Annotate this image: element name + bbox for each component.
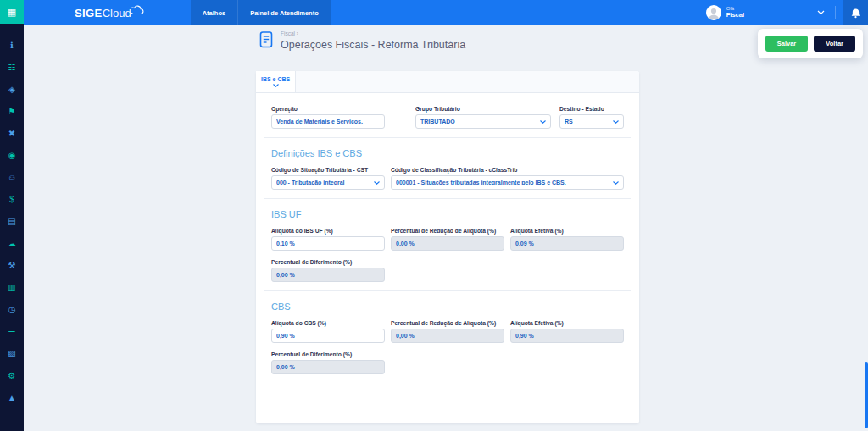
form-row-codigos: Código de Situação Tributária - CST 000 … bbox=[271, 167, 624, 190]
sidebar-item-sales[interactable]: ☷ bbox=[0, 56, 24, 78]
header-nav: Atalhos Painel de Atendimento bbox=[191, 0, 331, 25]
sidebar-item-info[interactable]: ℹ bbox=[0, 34, 24, 56]
field-cbs-reducao: Percentual de Redução de Alíquota (%) bbox=[391, 320, 504, 343]
sidebar-item-maintenance[interactable]: ⚒ bbox=[0, 254, 24, 276]
card-body: Operação Grupo Tributário TRIBUTADO Dest… bbox=[256, 93, 639, 374]
customers-icon: ☺ bbox=[8, 173, 16, 182]
sidebar-item-cloud-services[interactable]: ☁ bbox=[0, 232, 24, 254]
field-ibs-diferimento: Percentual de Diferimento (%) bbox=[271, 259, 385, 282]
ibs-reducao-label: Percentual de Redução de Alíquota (%) bbox=[391, 228, 504, 234]
sidebar-item-production[interactable]: ◉ bbox=[0, 144, 24, 166]
field-destino-estado: Destino - Estado RS bbox=[559, 106, 624, 129]
cst-label: Código de Situação Tributária - CST bbox=[271, 167, 385, 173]
cloud-icon bbox=[131, 5, 144, 16]
destino-estado-label: Destino - Estado bbox=[559, 106, 624, 112]
form-row-ibs-1: Alíquota do IBS UF (%) Percentual de Red… bbox=[271, 228, 624, 251]
modules-icon: ▥ bbox=[8, 283, 15, 292]
divider bbox=[264, 290, 631, 291]
sidebar-item-tools[interactable]: ✖ bbox=[0, 122, 24, 144]
grupo-tributario-select[interactable]: TRIBUTADO bbox=[415, 114, 551, 129]
sidebar-item-tags[interactable]: ⚑ bbox=[0, 100, 24, 122]
page-title: Operações Fiscais - Reforma Tributária bbox=[281, 39, 465, 51]
scrollbar-thumb[interactable] bbox=[865, 362, 868, 428]
reports-icon: ▲ bbox=[8, 393, 16, 402]
form-row-ibs-2: Percentual de Diferimento (%) bbox=[271, 259, 624, 282]
schedule-icon: ◷ bbox=[8, 305, 16, 314]
content-area: Salvar Voltar Fiscal › Operações Fiscais… bbox=[24, 25, 868, 431]
chevron-down-icon bbox=[817, 10, 825, 15]
cclasstrib-select[interactable]: 000001 - Situações tributadas integralme… bbox=[391, 175, 624, 190]
nav-item-label: Painel de Atendimento bbox=[250, 9, 319, 17]
inventory-icon: ▤ bbox=[8, 217, 15, 226]
nav-item-label: Atalhos bbox=[203, 9, 226, 17]
sidebar-item-settings[interactable]: ⚙ bbox=[0, 364, 24, 386]
divider bbox=[264, 137, 631, 138]
sidebar-item-customers[interactable]: ☺ bbox=[0, 166, 24, 188]
user-greeting: Olá bbox=[726, 6, 744, 12]
maintenance-icon: ⚒ bbox=[8, 261, 16, 270]
save-button[interactable]: Salvar bbox=[765, 36, 809, 52]
sidebar-item-reports[interactable]: ▲ bbox=[0, 386, 24, 408]
user-zone: Olá Fiscal bbox=[706, 0, 868, 25]
sidebar-item-admin[interactable]: ☰ bbox=[0, 320, 24, 342]
user-name: Fiscal bbox=[726, 12, 744, 19]
cbs-aliquota-input[interactable] bbox=[271, 329, 385, 343]
tab-label: IBS e CBS bbox=[261, 76, 290, 82]
section-title-cbs: CBS bbox=[271, 301, 624, 312]
section-title-ibs-uf: IBS UF bbox=[271, 209, 624, 219]
sidebar-item-schedule[interactable]: ◷ bbox=[0, 298, 24, 320]
sidebar-item-calendar[interactable]: ▧ bbox=[0, 342, 24, 364]
header-divider bbox=[835, 6, 836, 19]
operacao-input[interactable] bbox=[271, 114, 385, 129]
sidebar-item-dashboard[interactable]: ▦ bbox=[0, 0, 24, 24]
bell-icon bbox=[851, 8, 860, 19]
section-title-definicoes: Definições IBS e CBS bbox=[271, 148, 624, 158]
page-header: Fiscal › Operações Fiscais - Reforma Tri… bbox=[258, 30, 465, 51]
ibs-aliquota-input[interactable] bbox=[271, 236, 385, 251]
chevron-down-icon bbox=[273, 84, 279, 87]
ibs-diferimento-input bbox=[271, 268, 385, 282]
operacao-label: Operação bbox=[271, 106, 385, 112]
sidebar-item-modules[interactable]: ▥ bbox=[0, 276, 24, 298]
finance-icon: $ bbox=[9, 195, 14, 204]
sidebar-item-finance[interactable]: $ bbox=[0, 188, 24, 210]
cbs-aliquota-label: Alíquota do CBS (%) bbox=[271, 320, 385, 326]
logo-sige-text: SIGE bbox=[75, 7, 103, 19]
user-menu-toggle[interactable] bbox=[817, 10, 825, 15]
cloud-services-icon: ☁ bbox=[8, 239, 16, 248]
calendar-icon: ▧ bbox=[8, 349, 15, 358]
avatar[interactable] bbox=[706, 5, 721, 20]
field-cclasstrib: Código de Classificação Tributária - cCl… bbox=[391, 167, 624, 190]
back-button[interactable]: Voltar bbox=[814, 36, 855, 52]
grupo-tributario-label: Grupo Tributário bbox=[415, 106, 551, 112]
field-cst: Código de Situação Tributária - CST 000 … bbox=[271, 167, 385, 190]
field-cbs-aliquota: Alíquota do CBS (%) bbox=[271, 320, 385, 343]
tags-icon: ⚑ bbox=[8, 107, 16, 116]
cst-select[interactable]: 000 - Tributação integral bbox=[271, 175, 385, 190]
form-row-cbs-1: Alíquota do CBS (%) Percentual de Reduçã… bbox=[271, 320, 624, 343]
document-icon bbox=[258, 30, 275, 49]
sidebar-item-network[interactable]: ◈ bbox=[0, 78, 24, 100]
chevron-down-icon bbox=[374, 181, 380, 185]
sales-icon: ☷ bbox=[8, 63, 16, 72]
settings-icon: ⚙ bbox=[8, 371, 16, 380]
tab-ibs-e-cbs[interactable]: IBS e CBS bbox=[256, 71, 296, 92]
card-tabbar: IBS e CBS bbox=[256, 71, 639, 93]
cbs-reducao-input bbox=[391, 329, 504, 343]
nav-item-atalhos[interactable]: Atalhos bbox=[191, 0, 239, 25]
cbs-efetiva-input bbox=[510, 329, 624, 343]
nav-item-painel-de-atendimento[interactable]: Painel de Atendimento bbox=[238, 0, 331, 25]
chevron-down-icon bbox=[613, 120, 619, 124]
notifications-button[interactable] bbox=[843, 0, 868, 25]
ibs-efetiva-input bbox=[510, 236, 624, 251]
page-header-text: Fiscal › Operações Fiscais - Reforma Tri… bbox=[281, 30, 465, 51]
sidebar-item-inventory[interactable]: ▤ bbox=[0, 210, 24, 232]
cbs-reducao-label: Percentual de Redução de Alíquota (%) bbox=[391, 320, 504, 326]
field-operacao: Operação bbox=[271, 106, 385, 129]
field-ibs-reducao: Percentual de Redução de Alíquota (%) bbox=[391, 228, 504, 251]
field-ibs-efetiva: Alíquota Efetiva (%) bbox=[510, 228, 624, 251]
cclasstrib-value: 000001 - Situações tributadas integralme… bbox=[396, 180, 566, 185]
form-row-main: Operação Grupo Tributário TRIBUTADO Dest… bbox=[271, 106, 624, 129]
destino-estado-select[interactable]: RS bbox=[559, 114, 624, 129]
breadcrumb[interactable]: Fiscal › bbox=[281, 30, 465, 36]
